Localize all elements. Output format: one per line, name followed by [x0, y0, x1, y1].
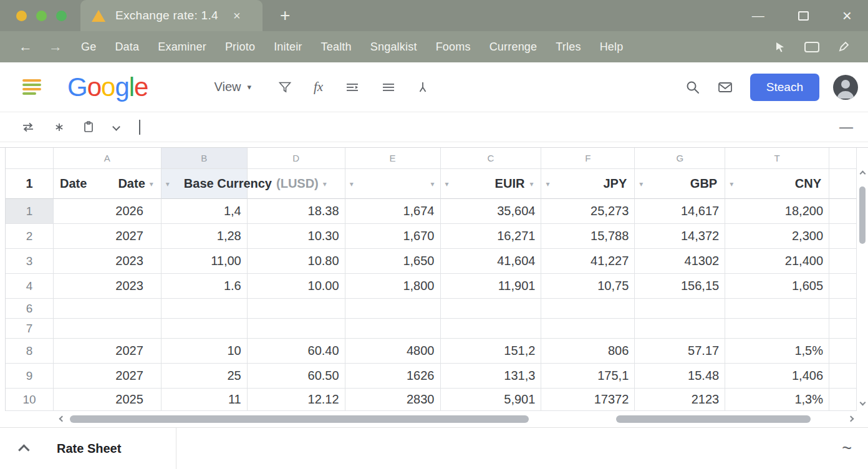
cell[interactable]: [248, 319, 345, 339]
header-cell-date[interactable]: Date Date ▾: [54, 169, 162, 199]
select-all-corner[interactable]: [6, 148, 54, 169]
cell[interactable]: 41,604: [441, 249, 542, 274]
cell[interactable]: [248, 299, 345, 319]
cell[interactable]: [829, 224, 857, 249]
back-button[interactable]: ←: [19, 39, 32, 55]
cell[interactable]: [441, 319, 542, 339]
cell[interactable]: 2023: [54, 274, 162, 299]
row-header[interactable]: 1: [6, 199, 54, 224]
forward-button[interactable]: →: [49, 39, 62, 55]
cell[interactable]: 1,406: [725, 364, 829, 389]
cell[interactable]: 4800: [345, 339, 441, 364]
header-cell-partial[interactable]: [829, 169, 857, 199]
cell[interactable]: 1,3%: [725, 389, 829, 411]
cell[interactable]: [54, 299, 162, 319]
header-cell-gbp[interactable]: ▾ GBP: [635, 169, 725, 199]
cell[interactable]: 15.48: [635, 364, 725, 389]
cell[interactable]: [541, 319, 635, 339]
filter-chevron-icon[interactable]: ▾: [323, 180, 327, 188]
avatar[interactable]: [833, 75, 858, 100]
cell[interactable]: 18.38: [248, 199, 345, 224]
cell[interactable]: 1,28: [162, 224, 248, 249]
cell[interactable]: 10: [162, 339, 248, 364]
cell[interactable]: 2123: [635, 389, 725, 411]
window-icon[interactable]: [804, 42, 819, 52]
row-header[interactable]: 2: [6, 224, 54, 249]
sheet-tab[interactable]: Rate Sheet: [57, 442, 121, 456]
steach-button[interactable]: Steach: [750, 74, 819, 101]
cell[interactable]: 16,271: [441, 224, 542, 249]
search-icon[interactable]: [685, 80, 700, 95]
column-header-b[interactable]: B: [162, 148, 248, 169]
cell[interactable]: 11,901: [441, 274, 542, 299]
menu-item-sngalkist[interactable]: Sngalkist: [370, 41, 417, 54]
vertical-scrollbar-thumb[interactable]: [859, 186, 866, 244]
cell[interactable]: 806: [541, 339, 635, 364]
cell[interactable]: [829, 339, 857, 364]
rows-icon[interactable]: [345, 82, 359, 92]
function-icon[interactable]: fx: [314, 79, 323, 95]
cell[interactable]: 14,617: [635, 199, 725, 224]
row-header[interactable]: 1: [6, 169, 54, 199]
scroll-left-icon[interactable]: [59, 416, 65, 422]
menu-item-data[interactable]: Data: [115, 41, 139, 54]
scroll-down-icon[interactable]: [860, 400, 866, 406]
cell[interactable]: 41302: [635, 249, 725, 274]
cell[interactable]: 151,2: [441, 339, 542, 364]
cell[interactable]: [162, 319, 248, 339]
close-tab-icon[interactable]: ×: [233, 9, 241, 23]
cell[interactable]: 2027: [54, 224, 162, 249]
filter-chevron-icon[interactable]: ▾: [445, 180, 449, 188]
new-tab-button[interactable]: +: [280, 6, 290, 26]
row-header[interactable]: 10: [6, 389, 54, 411]
browser-tab[interactable]: Exchange rate: 1.4 ×: [80, 0, 263, 31]
cell[interactable]: 15,788: [541, 224, 635, 249]
header-cell-euir[interactable]: ▾ EUIR ▾: [441, 169, 542, 199]
filter-chevron-icon[interactable]: ▾: [166, 180, 170, 188]
column-header-e[interactable]: E: [345, 148, 441, 169]
horizontal-scrollbar-thumb-2[interactable]: [616, 415, 811, 423]
cell[interactable]: 21,400: [725, 249, 829, 274]
cell[interactable]: 17372: [541, 389, 635, 411]
header-cell-jpy[interactable]: ▾ JPY: [541, 169, 635, 199]
column-header-a[interactable]: A: [54, 148, 162, 169]
cell[interactable]: 1,674: [345, 199, 441, 224]
header-cell-cny[interactable]: ▾ CNY: [725, 169, 829, 199]
cell[interactable]: 11,00: [162, 249, 248, 274]
cell[interactable]: 2830: [345, 389, 441, 411]
scroll-up-icon[interactable]: [860, 171, 866, 177]
asterisk-icon[interactable]: [55, 123, 64, 132]
cell[interactable]: [829, 199, 857, 224]
cell[interactable]: 2026: [54, 199, 162, 224]
cell[interactable]: 1626: [345, 364, 441, 389]
cell[interactable]: 175,1: [541, 364, 635, 389]
menu-item-tealth[interactable]: Tealth: [321, 41, 352, 54]
header-cell-empty-e[interactable]: ▾ ▾: [345, 169, 441, 199]
cell[interactable]: 60.50: [248, 364, 345, 389]
menu-item-trles[interactable]: Trles: [556, 41, 581, 54]
cell[interactable]: 1,800: [345, 274, 441, 299]
menu-item-currenge[interactable]: Currenge: [489, 41, 538, 54]
clipboard-icon[interactable]: [84, 121, 94, 133]
cell[interactable]: 2027: [54, 364, 162, 389]
traffic-light-green-2[interactable]: [56, 11, 67, 21]
cell[interactable]: 1,670: [345, 224, 441, 249]
filter-chevron-icon[interactable]: ▾: [350, 180, 354, 188]
header-cell-base-currency[interactable]: ▾ Base Currency (LUSD) ▾: [162, 169, 248, 199]
collapse-icon[interactable]: —: [839, 119, 853, 135]
cell[interactable]: [635, 319, 725, 339]
sheets-logo-icon[interactable]: [22, 79, 41, 95]
column-header-t[interactable]: T: [725, 148, 829, 169]
cell[interactable]: 1,605: [725, 274, 829, 299]
row-header[interactable]: 4: [6, 274, 54, 299]
cell[interactable]: [829, 389, 857, 411]
cursor-icon[interactable]: [774, 41, 786, 52]
chevron-down-icon[interactable]: [112, 123, 120, 131]
cell[interactable]: [829, 249, 857, 274]
cell[interactable]: 10.30: [248, 224, 345, 249]
cell[interactable]: 2,300: [725, 224, 829, 249]
row-header[interactable]: 9: [6, 364, 54, 389]
filter-chevron-icon[interactable]: ▾: [150, 180, 153, 188]
cell[interactable]: 1,650: [345, 249, 441, 274]
cell[interactable]: [345, 319, 441, 339]
